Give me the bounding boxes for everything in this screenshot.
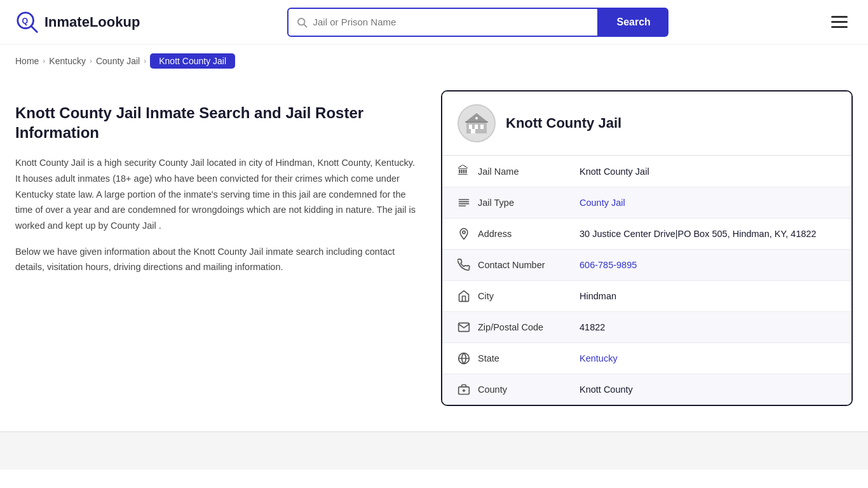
jail-building-icon xyxy=(463,109,491,137)
search-button[interactable]: Search xyxy=(599,8,668,37)
left-panel: Knott County Jail Inmate Search and Jail… xyxy=(15,90,422,406)
jail-type-label: Jail Type xyxy=(478,198,580,208)
city-value: Hindman xyxy=(580,291,836,301)
breadcrumb-home[interactable]: Home xyxy=(15,56,39,66)
logo-text: InmateLookup xyxy=(44,14,140,30)
breadcrumb-sep-1: › xyxy=(43,57,45,65)
zip-label: Zip/Postal Code xyxy=(478,322,580,332)
state-label: State xyxy=(478,353,580,363)
description-paragraph-1: Knott County Jail is a high security Cou… xyxy=(15,155,422,233)
county-value: Knott County xyxy=(580,384,836,395)
svg-rect-9 xyxy=(471,129,475,133)
search-area: Search xyxy=(287,8,668,37)
breadcrumb: Home › Kentucky › County Jail › Knott Co… xyxy=(0,44,868,78)
info-table: 🏛 Jail Name Knott County Jail Jai xyxy=(442,156,851,405)
jail-avatar xyxy=(458,104,496,142)
search-input[interactable] xyxy=(313,17,590,27)
jail-name-value: Knott County Jail xyxy=(580,166,836,177)
svg-point-11 xyxy=(475,117,478,119)
table-row: 🏛 Jail Name Knott County Jail xyxy=(442,156,851,187)
address-value: 30 Justice Center Drive|PO Box 505, Hind… xyxy=(580,229,836,239)
jail-type-value: County Jail xyxy=(580,198,836,208)
county-icon xyxy=(458,383,478,396)
jail-card: Knott County Jail 🏛 Jail Name Knott Coun… xyxy=(441,90,853,406)
table-row: Address 30 Justice Center Drive|PO Box 5… xyxy=(442,219,851,250)
contact-value: 606-785-9895 xyxy=(580,260,836,270)
table-row: Zip/Postal Code 41822 xyxy=(442,312,851,343)
address-label: Address xyxy=(478,229,580,239)
zip-icon xyxy=(458,321,478,334)
search-icon xyxy=(296,17,308,28)
city-icon xyxy=(458,290,478,302)
svg-rect-6 xyxy=(469,125,472,129)
table-row: City Hindman xyxy=(442,281,851,312)
footer xyxy=(0,431,868,470)
breadcrumb-kentucky[interactable]: Kentucky xyxy=(49,56,86,66)
breadcrumb-sep-3: › xyxy=(144,57,146,65)
breadcrumb-county-jail[interactable]: County Jail xyxy=(96,56,140,66)
table-row: Jail Type County Jail xyxy=(442,187,851,219)
svg-point-17 xyxy=(463,231,465,233)
jail-name-label: Jail Name xyxy=(478,166,580,177)
jail-type-icon xyxy=(458,196,478,209)
jail-type-link[interactable]: County Jail xyxy=(580,198,625,208)
table-row: County Knott County xyxy=(442,374,851,405)
table-row: Contact Number 606-785-9895 xyxy=(442,250,851,281)
main-content: Knott County Jail Inmate Search and Jail… xyxy=(0,78,868,431)
jail-card-title: Knott County Jail xyxy=(506,115,621,132)
state-link[interactable]: Kentucky xyxy=(580,353,618,363)
jail-card-header: Knott County Jail xyxy=(442,92,851,156)
page-title: Knott County Jail Inmate Search and Jail… xyxy=(15,103,422,142)
svg-rect-12 xyxy=(465,121,488,123)
table-row: State Kentucky xyxy=(442,343,851,374)
contact-label: Contact Number xyxy=(478,260,580,270)
city-label: City xyxy=(478,291,580,301)
right-panel: Knott County Jail 🏛 Jail Name Knott Coun… xyxy=(441,90,853,406)
svg-line-4 xyxy=(304,24,307,27)
breadcrumb-current: Knott County Jail xyxy=(150,53,235,69)
svg-rect-8 xyxy=(480,125,484,129)
breadcrumb-sep-2: › xyxy=(90,57,92,65)
state-value: Kentucky xyxy=(580,353,836,363)
address-icon xyxy=(458,227,478,240)
svg-text:Q: Q xyxy=(22,16,28,25)
description-paragraph-2: Below we have given information about th… xyxy=(15,244,422,275)
svg-line-1 xyxy=(31,25,37,32)
hamburger-menu[interactable] xyxy=(826,11,853,33)
logo-link[interactable]: Q InmateLookup xyxy=(15,10,140,34)
phone-icon xyxy=(458,259,478,271)
header: Q InmateLookup Search xyxy=(0,0,868,44)
logo-icon: Q xyxy=(15,10,39,34)
search-input-wrapper xyxy=(287,8,599,37)
contact-link[interactable]: 606-785-9895 xyxy=(580,260,637,270)
zip-value: 41822 xyxy=(580,322,836,332)
state-icon xyxy=(458,352,478,365)
county-label: County xyxy=(478,384,580,395)
jail-name-icon: 🏛 xyxy=(458,165,478,178)
svg-rect-7 xyxy=(475,125,478,129)
